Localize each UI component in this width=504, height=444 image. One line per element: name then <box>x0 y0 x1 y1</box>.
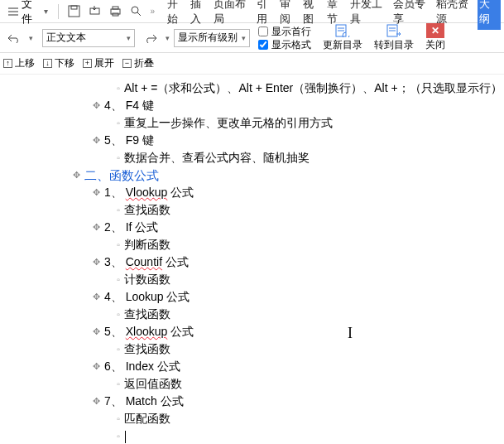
print-icon[interactable] <box>105 3 126 19</box>
undo-icon[interactable] <box>3 31 25 46</box>
arrow-up-icon <box>3 59 12 68</box>
outline-handle-icon[interactable]: ✥ <box>93 323 104 340</box>
outline-line[interactable]: ✥7、 Match 公式 <box>33 393 496 410</box>
bullet-icon: ▫ <box>113 201 124 219</box>
outline-handle-icon[interactable]: ✥ <box>93 219 104 236</box>
outline-handle-icon[interactable]: ✥ <box>93 393 104 410</box>
show-format-checkbox[interactable]: 显示格式 <box>258 38 311 51</box>
view-options: 显示首行 显示格式 <box>258 25 311 51</box>
outline-text: 判断函数 <box>124 236 170 253</box>
outline-handle-icon[interactable]: ✥ <box>73 166 84 184</box>
outline-text: 查找函数 <box>124 306 170 323</box>
svg-point-9 <box>132 7 138 13</box>
outline-line[interactable]: ▫计数函数 <box>33 271 496 288</box>
outline-handle-icon[interactable]: ✥ <box>93 288 104 306</box>
tab-插入[interactable]: 插入 <box>189 0 212 30</box>
button-label: 展开 <box>94 56 114 70</box>
outline-handle-icon[interactable]: ✥ <box>93 184 104 201</box>
outline-line[interactable]: ✥2、 If 公式 <box>33 219 496 236</box>
print-preview-icon[interactable] <box>126 3 146 19</box>
print-with-arrow-icon[interactable] <box>84 3 105 19</box>
outline-line[interactable]: ▫数据合并、查看公式内容、随机抽奖 <box>33 149 496 166</box>
outline-text: 二、函数公式 <box>84 166 159 184</box>
outline-line[interactable]: ▫查找函数 <box>33 306 496 323</box>
plus-icon <box>83 59 92 68</box>
outline-text <box>124 427 126 444</box>
outline-text: Alt + =（求和公式）、Alt + Enter（强制换行）、Alt +；（只… <box>124 80 502 97</box>
button-label: 转到目录 <box>374 38 414 52</box>
outline-text: 查找函数 <box>124 340 170 358</box>
outline-line[interactable]: ✥4、 F4 键 <box>33 97 496 114</box>
button-label: 折叠 <box>134 56 154 70</box>
outline-line[interactable]: ✥5、 F9 键 <box>33 132 496 149</box>
outline-line[interactable]: ▫查找函数 <box>33 201 496 219</box>
bullet-icon: ▫ <box>113 306 124 323</box>
outline-text: 返回值函数 <box>124 375 182 393</box>
overflow-icon[interactable]: » <box>146 5 160 17</box>
outline-handle-icon[interactable]: ✥ <box>93 97 104 114</box>
outline-line[interactable]: ✥4、 Lookup 公式 <box>33 288 496 306</box>
tab-页面布局[interactable]: 页面布局 <box>212 0 255 30</box>
outline-text: 数据合并、查看公式内容、随机抽奖 <box>124 149 310 166</box>
bullet-icon: ▫ <box>113 271 124 288</box>
document-outline-area[interactable]: ▫Alt + =（求和公式）、Alt + Enter（强制换行）、Alt +；（… <box>0 75 504 444</box>
outline-text: 2、 If 公式 <box>104 219 158 236</box>
collapse-button[interactable]: 折叠 <box>122 56 154 70</box>
outline-line[interactable]: ▫判断函数 <box>33 236 496 253</box>
button-label: 关闭 <box>425 38 445 52</box>
svg-rect-7 <box>113 7 118 9</box>
save-icon[interactable] <box>64 3 84 19</box>
tab-大纲[interactable]: 大纲 <box>478 0 501 30</box>
move-down-button[interactable]: 下移 <box>43 56 74 70</box>
outline-line[interactable]: ✥6、 Index 公式 <box>33 358 496 375</box>
body-style-combo[interactable]: 正文文本 ▾ <box>42 29 135 47</box>
outline-text: 5、 F9 键 <box>104 132 154 149</box>
file-menu-button[interactable]: 文件 ▾ <box>3 0 53 28</box>
title-toolbar: 文件 ▾ » 开始插入页面布局引用审阅视图章节开发工具会员专享稻壳资源大纲 <box>0 0 504 23</box>
svg-line-10 <box>137 12 141 16</box>
goto-toc-icon <box>385 23 403 38</box>
outline-text: 重复上一步操作、更改单元格的引用方式 <box>124 114 333 132</box>
outline-line[interactable]: ▫匹配函数 <box>33 410 496 427</box>
outline-line[interactable]: ▫ <box>33 427 496 444</box>
outline-line[interactable]: ▫查找函数 <box>33 340 496 358</box>
outline-line[interactable]: ✥3、 Countif 公式 <box>33 253 496 271</box>
outline-handle-icon[interactable]: ✥ <box>93 253 104 271</box>
button-label: 更新目录 <box>323 38 362 52</box>
move-up-button[interactable]: 上移 <box>3 56 35 70</box>
outline-line[interactable]: ▫Alt + =（求和公式）、Alt + Enter（强制换行）、Alt +；（… <box>33 80 496 97</box>
svg-rect-4 <box>71 6 77 9</box>
bullet-icon: ▫ <box>113 80 124 97</box>
show-first-line-checkbox[interactable]: 显示首行 <box>258 25 311 38</box>
outline-line[interactable]: ✥5、 Xlookup 公式 <box>33 323 496 340</box>
outline-line[interactable]: ▫返回值函数 <box>33 375 496 393</box>
outline-line[interactable]: ✥二、函数公式 <box>33 166 496 184</box>
text-cursor-icon: I <box>348 325 353 342</box>
close-icon: ✕ <box>426 23 444 38</box>
svg-rect-3 <box>69 6 79 17</box>
arrow-down-icon <box>43 59 52 68</box>
outline-line[interactable]: ▫重复上一步操作、更改单元格的引用方式 <box>33 114 496 132</box>
expand-button[interactable]: 展开 <box>83 56 114 70</box>
file-label: 文件 <box>22 0 41 27</box>
bullet-icon: ▫ <box>113 410 124 427</box>
promote-icon[interactable] <box>140 31 161 46</box>
outline-move-toolbar: 上移 下移 展开 折叠 <box>0 53 504 75</box>
outline-line[interactable]: ✥1、 Vlookup 公式 <box>33 184 496 201</box>
demote-small-icon[interactable]: ▾ <box>161 32 174 44</box>
update-toc-button[interactable]: 更新目录 <box>323 23 362 52</box>
close-outline-button[interactable]: ✕ 关闭 <box>425 23 445 52</box>
outline-text: 4、 F4 键 <box>104 97 154 114</box>
outline-handle-icon[interactable]: ✥ <box>93 358 104 375</box>
tab-开始[interactable]: 开始 <box>166 0 189 30</box>
outline-text: 计数函数 <box>124 271 170 288</box>
bullet-icon: ▫ <box>113 114 124 132</box>
outline-level-combo[interactable]: 显示所有级别 ▾ <box>174 29 250 47</box>
outline-text: 4、 Lookup 公式 <box>104 288 190 306</box>
update-toc-icon <box>334 23 352 38</box>
separator <box>58 4 59 19</box>
outline-text: 5、 Xlookup 公式 <box>104 323 194 340</box>
goto-toc-button[interactable]: 转到目录 <box>374 23 414 52</box>
outline-handle-icon[interactable]: ✥ <box>93 132 104 149</box>
redo-icon[interactable]: ▾ <box>25 32 37 44</box>
